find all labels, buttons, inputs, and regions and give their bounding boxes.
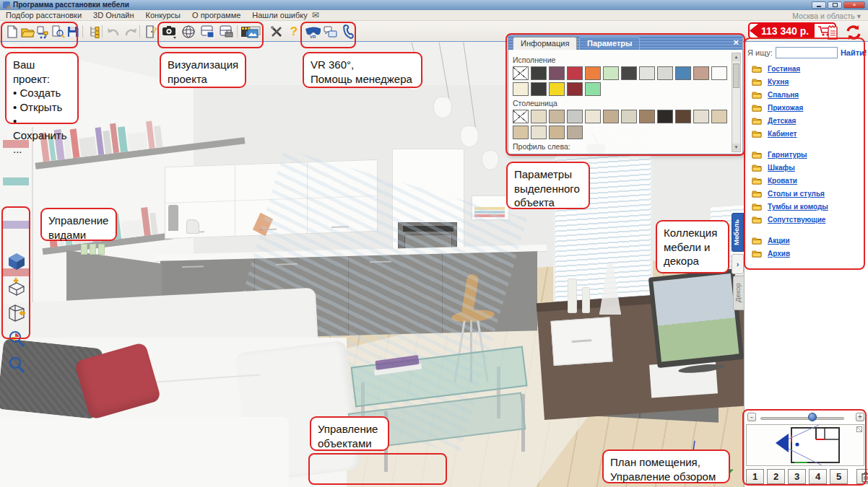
category-link[interactable]: Тумбы и комоды [768, 203, 828, 211]
coffee-table[interactable] [339, 336, 556, 481]
material-swatch[interactable] [621, 66, 637, 80]
search-button[interactable]: Найти! [841, 48, 867, 57]
zoom-out-button[interactable]: - [747, 413, 756, 421]
exit-door-button[interactable]: ? [143, 23, 159, 40]
material-swatch[interactable] [621, 110, 637, 123]
blender[interactable] [168, 205, 178, 231]
order-receipt-button[interactable] [825, 24, 840, 40]
panel-header[interactable]: Информация Параметры × [508, 35, 742, 50]
category-link[interactable]: Акции [768, 237, 790, 245]
material-swatch[interactable] [549, 126, 565, 139]
scroll-down-icon[interactable]: ▼ [732, 144, 740, 152]
jars[interactable] [81, 244, 110, 255]
screenshot-camera-button[interactable] [162, 23, 178, 40]
plan-page-button[interactable]: 2 [767, 469, 785, 484]
project-order-button[interactable] [35, 23, 51, 40]
sidebar-category[interactable]: Детская [752, 115, 865, 126]
material-swatch[interactable] [531, 110, 547, 123]
material-swatch[interactable] [639, 110, 655, 123]
view-top-button[interactable] [7, 276, 26, 297]
category-link[interactable]: Шкафы [768, 164, 795, 172]
candles[interactable] [568, 263, 633, 313]
material-swatch[interactable] [711, 110, 727, 123]
undo-button[interactable] [105, 23, 121, 40]
material-swatch[interactable] [603, 66, 619, 80]
collapse-arrow-icon[interactable]: › [732, 254, 744, 274]
sidebar-category[interactable]: Шкафы [752, 162, 865, 173]
maximize-button[interactable] [828, 1, 842, 9]
tv[interactable] [648, 268, 744, 382]
zoom-in-button[interactable]: + [856, 413, 864, 421]
slider-track[interactable] [760, 417, 844, 420]
help-button[interactable]: ? [286, 23, 302, 40]
material-swatch[interactable] [603, 110, 619, 123]
menu-item[interactable]: О программе [192, 11, 240, 19]
refresh-icon[interactable] [843, 22, 864, 43]
close-icon[interactable]: × [733, 36, 739, 49]
plan-page-button[interactable]: 5 [830, 469, 848, 484]
material-swatch[interactable] [675, 66, 691, 80]
cart-price-widget[interactable]: 113 340 р. [748, 22, 836, 39]
zoom-slider[interactable]: - + [746, 411, 866, 423]
zoom-selection-button[interactable] [7, 329, 26, 349]
phone-call-button[interactable] [341, 23, 357, 40]
sidebar-category[interactable]: Гарнитуры [752, 149, 865, 160]
category-link[interactable]: Архив [768, 250, 790, 258]
swatch-none[interactable] [513, 110, 529, 123]
material-swatch[interactable] [513, 126, 529, 139]
room-plan-view[interactable] [746, 424, 864, 466]
material-swatch[interactable] [693, 110, 709, 123]
category-link[interactable]: Прихожая [768, 104, 803, 112]
open-project-button[interactable] [19, 23, 35, 40]
tab-furniture[interactable]: Мебель [732, 213, 744, 252]
material-swatch[interactable] [549, 110, 565, 123]
material-swatch[interactable] [657, 110, 673, 123]
tab-parameters[interactable]: Параметры [579, 37, 640, 50]
plan-page-button[interactable]: 4 [809, 469, 827, 484]
plan-page-button[interactable]: 1 [746, 469, 764, 484]
menu-item[interactable]: Подбор расстановки [6, 11, 82, 19]
save-project-button[interactable] [65, 23, 81, 40]
view-side-button[interactable] [7, 303, 26, 323]
slider-knob[interactable] [808, 413, 817, 421]
redo-button[interactable] [123, 23, 139, 40]
search-input[interactable] [776, 47, 838, 58]
menu-item[interactable]: Нашли ошибку [252, 11, 307, 19]
zoom-button[interactable] [7, 355, 26, 375]
sidebar-category[interactable]: Гостиная [752, 63, 865, 74]
tab-information[interactable]: Информация [513, 37, 577, 50]
category-link[interactable]: Гостиная [768, 65, 800, 73]
sidebar-category[interactable]: Архив [752, 248, 865, 259]
manager-chat-button[interactable] [323, 23, 339, 40]
material-swatch[interactable] [531, 82, 547, 96]
sidebar-category[interactable]: Тумбы и комоды [752, 201, 865, 212]
sidebar-category[interactable]: Кабинет [752, 128, 865, 139]
sidebar-category[interactable]: Сопутствующие [752, 214, 865, 225]
project-tree-button[interactable] [87, 23, 103, 40]
tab-decor[interactable]: Декор [733, 276, 745, 310]
material-swatch[interactable] [675, 110, 691, 123]
menu-item[interactable]: 3D Онлайн [93, 11, 134, 19]
view-3d-button[interactable] [7, 251, 26, 271]
category-link[interactable]: Кабинет [768, 130, 797, 138]
settings-tools-button[interactable] [269, 23, 285, 40]
sidebar-category[interactable]: Столы и стулья [752, 188, 865, 199]
sidebar-category[interactable]: Акции [752, 235, 865, 246]
3d-view-button[interactable] [181, 23, 196, 40]
material-swatch[interactable] [585, 110, 601, 123]
sidebar-category[interactable]: Прихожая [752, 102, 865, 113]
material-swatch[interactable] [531, 126, 547, 139]
material-swatch[interactable] [567, 126, 583, 139]
category-link[interactable]: Спальня [768, 91, 799, 99]
plan-page-button[interactable]: 3 [788, 469, 806, 484]
expand-plan-icon[interactable] [856, 426, 862, 432]
close-button[interactable]: × [843, 1, 865, 9]
category-link[interactable]: Кровати [768, 177, 797, 185]
clear-plan-button[interactable] [856, 469, 868, 484]
category-link[interactable]: Столы и стулья [768, 190, 825, 198]
material-swatch[interactable] [657, 66, 673, 80]
save-view-button[interactable] [199, 23, 215, 40]
category-link[interactable]: Сопутствующие [768, 216, 825, 224]
material-swatch[interactable] [585, 66, 601, 80]
material-swatch[interactable] [513, 82, 529, 96]
